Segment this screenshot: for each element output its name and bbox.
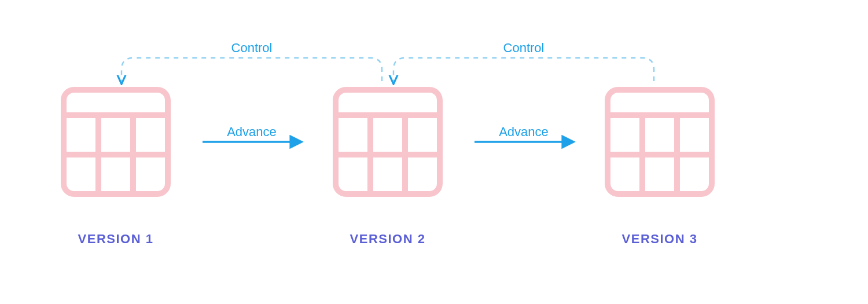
advance-label-a1: Advance <box>227 124 277 140</box>
control-label-c1: Control <box>231 41 273 56</box>
advance-label-a2: Advance <box>499 124 549 140</box>
diagram-canvas: VERSION 1VERSION 2VERSION 3AdvanceAdvanc… <box>0 0 868 304</box>
svg-rect-10 <box>608 90 712 194</box>
node-v2 <box>336 90 440 194</box>
svg-rect-0 <box>64 90 168 194</box>
version-label-v2: VERSION 2 <box>350 232 426 247</box>
control-arc-c2 <box>393 58 654 81</box>
node-v3 <box>608 90 712 194</box>
control-arc-c1 <box>122 58 382 81</box>
version-label-v3: VERSION 3 <box>622 232 698 247</box>
version-label-v1: VERSION 1 <box>78 232 154 247</box>
svg-rect-5 <box>336 90 440 194</box>
control-label-c2: Control <box>503 41 545 56</box>
diagram-svg <box>0 0 868 304</box>
node-v1 <box>64 90 168 194</box>
